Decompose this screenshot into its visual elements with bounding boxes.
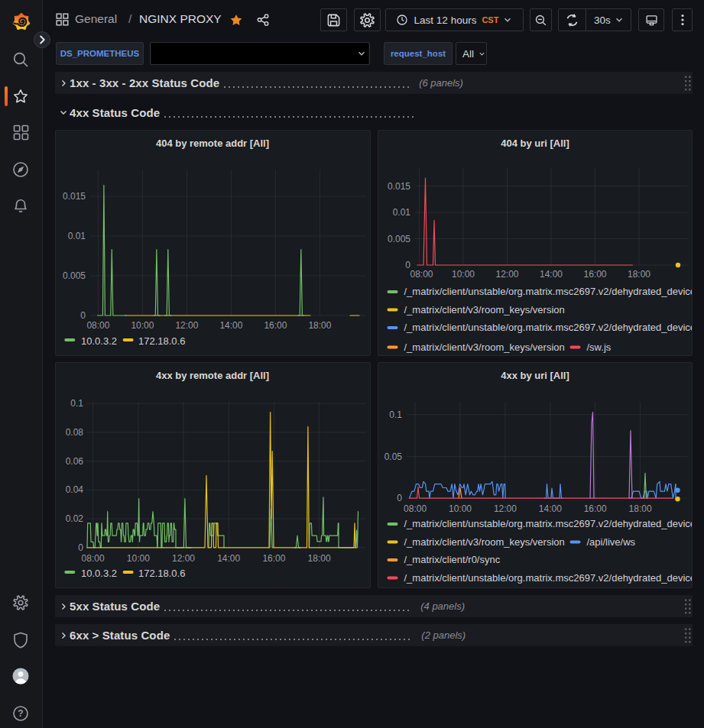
svg-text:14:00: 14:00 — [219, 320, 242, 331]
svg-text:404 by remote addr [All]: 404 by remote addr [All] — [156, 138, 269, 149]
svg-text:10.0.3.2: 10.0.3.2 — [81, 568, 117, 579]
svg-text:10:00: 10:00 — [448, 503, 471, 514]
svg-text:12:00: 12:00 — [175, 320, 198, 331]
svg-text:16:00: 16:00 — [583, 503, 606, 514]
svg-text:10:00: 10:00 — [131, 320, 154, 331]
svg-text:14:00: 14:00 — [217, 553, 240, 564]
svg-text:0.005: 0.005 — [63, 270, 86, 281]
svg-text:172.18.0.6: 172.18.0.6 — [138, 568, 185, 579]
svg-text:/_matrix/client/unstable/org.m: /_matrix/client/unstable/org.matrix.msc2… — [404, 322, 693, 333]
svg-text:10:00: 10:00 — [451, 269, 474, 280]
svg-text:18:00: 18:00 — [308, 320, 331, 331]
svg-text:08:00: 08:00 — [86, 320, 109, 331]
svg-text:404 by uri [All]: 404 by uri [All] — [501, 138, 569, 149]
svg-text:16:00: 16:00 — [264, 320, 287, 331]
svg-text:0.05: 0.05 — [384, 451, 402, 462]
svg-text:0.08: 0.08 — [66, 427, 84, 438]
svg-text:0.06: 0.06 — [66, 456, 84, 467]
svg-text:/_matrix/client/unstable/org.m: /_matrix/client/unstable/org.matrix.msc2… — [404, 286, 693, 297]
svg-text:08:00: 08:00 — [404, 503, 427, 514]
svg-text:18:00: 18:00 — [308, 553, 331, 564]
svg-text:0: 0 — [397, 493, 402, 503]
svg-text:/_matrix/client/unstable/org.m: /_matrix/client/unstable/org.matrix.msc2… — [404, 518, 693, 529]
svg-text:12:00: 12:00 — [495, 269, 518, 280]
svg-text:10:00: 10:00 — [127, 553, 150, 564]
svg-text:08:00: 08:00 — [82, 553, 105, 564]
svg-text:/sw.js: /sw.js — [586, 341, 611, 353]
svg-text:/_matrix/client/unstable/org.m: /_matrix/client/unstable/org.matrix.msc2… — [404, 572, 693, 584]
svg-text:18:00: 18:00 — [627, 269, 650, 280]
svg-text:/_matrix/client/r0/sync: /_matrix/client/r0/sync — [404, 554, 500, 565]
svg-text:172.18.0.6: 172.18.0.6 — [138, 335, 185, 347]
svg-text:16:00: 16:00 — [583, 269, 606, 280]
svg-text:/api/live/ws: /api/live/ws — [586, 536, 635, 548]
svg-text:0.015: 0.015 — [63, 191, 86, 202]
svg-text:0.005: 0.005 — [387, 234, 410, 244]
svg-text:12:00: 12:00 — [493, 503, 516, 514]
svg-text:0.04: 0.04 — [66, 484, 84, 495]
svg-text:0: 0 — [80, 310, 86, 321]
svg-text:/_matrix/client/v3/room_keys/v: /_matrix/client/v3/room_keys/version — [404, 341, 564, 353]
svg-text:0.01: 0.01 — [68, 231, 86, 241]
svg-text:14:00: 14:00 — [538, 503, 561, 514]
svg-text:4xx by uri [All]: 4xx by uri [All] — [501, 370, 569, 381]
svg-text:4xx by remote addr [All]: 4xx by remote addr [All] — [156, 370, 269, 381]
svg-text:12:00: 12:00 — [172, 553, 195, 564]
svg-text:0.1: 0.1 — [70, 398, 83, 409]
svg-text:/_matrix/client/v3/room_keys/v: /_matrix/client/v3/room_keys/version — [404, 536, 564, 548]
svg-text:0.01: 0.01 — [392, 207, 410, 218]
svg-text:/_matrix/client/v3/room_keys/v: /_matrix/client/v3/room_keys/version — [404, 304, 564, 315]
svg-text:16:00: 16:00 — [262, 553, 285, 564]
svg-text:?: ? — [18, 708, 23, 719]
svg-text:0: 0 — [78, 542, 83, 553]
svg-text:0.015: 0.015 — [387, 181, 410, 192]
svg-text:14:00: 14:00 — [539, 269, 562, 280]
svg-text:18:00: 18:00 — [628, 503, 651, 514]
svg-text:0.1: 0.1 — [389, 409, 402, 420]
svg-text:0.02: 0.02 — [66, 513, 84, 524]
svg-text:08:00: 08:00 — [410, 269, 433, 280]
svg-text:10.0.3.2: 10.0.3.2 — [81, 335, 117, 347]
